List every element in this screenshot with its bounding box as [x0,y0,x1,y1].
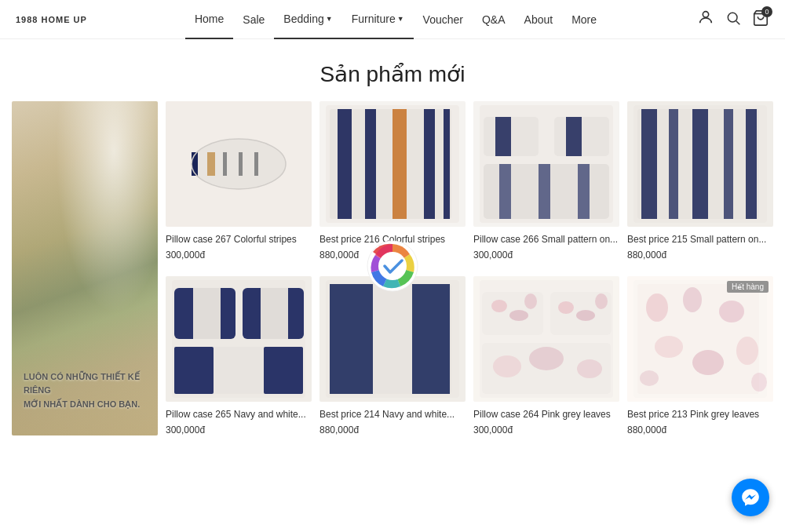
hero-text: LUÔN CÓ NHỮNG THIẾT KẾ RIÊNG MỚI NHẤT DÀ… [24,370,158,412]
hero-banner[interactable]: LUÔN CÓ NHỮNG THIẾT KẾ RIÊNG MỚI NHẤT DÀ… [12,101,158,435]
product-image-264 [473,276,619,402]
product-image-215 [627,101,773,227]
product-price: 880,000đ [319,425,466,435]
product-card[interactable]: Pillow case 264 Pink grey leaves 300,000… [473,276,619,435]
nav-home[interactable]: Home [185,0,233,39]
nav-sale[interactable]: Sale [233,0,274,39]
cart-count: 0 [761,6,772,17]
product-image-213 [627,276,773,402]
svg-rect-42 [264,347,303,394]
product-price: 300,000đ [166,250,312,261]
svg-rect-39 [261,288,288,339]
product-card[interactable]: Best price 214 Navy and white... 880,000… [319,276,466,435]
svg-rect-18 [444,109,450,219]
svg-point-70 [751,373,767,392]
svg-point-51 [509,310,528,321]
svg-rect-9 [254,152,258,176]
product-image-267 [166,101,312,227]
product-image-266 [473,101,619,227]
product-card[interactable]: Pillow case 266 Small pattern on... 300,… [473,101,619,261]
product-card[interactable]: Best price 216 Colorful stripes 880,000đ [319,101,466,261]
product-price: 880,000đ [627,250,773,261]
nav-qa[interactable]: Q&A [473,0,515,39]
logo: 1988 HOME UP [16,15,94,24]
svg-point-68 [736,337,758,365]
svg-rect-47 [373,284,412,394]
product-image-265 [166,276,312,402]
product-name: Pillow case 266 Small pattern on... [473,233,619,246]
search-button[interactable] [725,10,741,28]
product-price: 880,000đ [627,425,773,435]
svg-point-58 [493,355,521,377]
svg-rect-41 [174,347,214,394]
product-card[interactable]: Pillow case 265 Navy and white... 300,00… [166,276,312,435]
product-image-214 [319,276,466,402]
svg-point-67 [692,350,724,375]
svg-point-1 [728,13,737,22]
svg-point-55 [576,310,595,321]
svg-rect-32 [692,109,708,219]
product-name: Best price 216 Colorful stripes [319,233,466,246]
search-icon [725,10,741,26]
svg-rect-23 [566,117,582,156]
svg-rect-21 [495,117,511,156]
svg-line-2 [736,21,740,25]
navbar-icons: 0 [697,9,769,30]
product-grid: LUÔN CÓ NHỮNG THIẾT KẾ RIÊNG MỚI NHẤT DÀ… [0,101,785,451]
svg-rect-14 [338,109,352,219]
product-name: Pillow case 267 Colorful stripes [166,233,312,246]
svg-point-64 [683,287,702,312]
svg-point-65 [719,301,744,322]
product-name: Best price 215 Small pattern on... [627,233,773,246]
product-price: 300,000đ [473,425,619,435]
svg-rect-6 [207,152,215,176]
nav-bedding[interactable]: Bedding ▼ [274,0,341,39]
product-name: Pillow case 265 Navy and white... [166,408,312,421]
product-card[interactable]: Pillow case 267 Colorful stripes 300,000… [166,101,312,261]
svg-rect-7 [223,152,227,176]
svg-point-54 [558,301,574,314]
svg-rect-16 [392,109,407,219]
hero-banner-image: LUÔN CÓ NHỮNG THIẾT KẾ RIÊNG MỚI NHẤT DÀ… [12,101,158,435]
svg-rect-33 [724,109,733,219]
product-card[interactable]: Best price 215 Small pattern on... 880,0… [627,101,773,261]
nav-furniture[interactable]: Furniture ▼ [342,0,414,39]
product-price: 300,000đ [166,425,312,435]
svg-rect-30 [641,109,657,219]
svg-rect-25 [499,164,511,219]
svg-rect-37 [193,288,221,339]
product-price: 300,000đ [473,250,619,261]
svg-rect-8 [239,152,243,176]
navbar: 1988 HOME UP Home Sale Bedding ▼ Furnitu… [0,0,785,39]
nav-more[interactable]: More [562,0,606,39]
product-card-213[interactable]: Hết hàng Best price 213 Pink grey leaves… [627,276,773,435]
svg-point-59 [529,347,564,370]
svg-rect-31 [669,109,678,219]
svg-point-0 [703,12,708,17]
navbar-nav: Home Sale Bedding ▼ Furniture ▼ Voucher … [94,0,697,39]
out-of-stock-badge: Hết hàng [727,281,769,293]
svg-rect-17 [424,109,435,219]
svg-rect-27 [578,164,590,219]
svg-rect-45 [330,284,373,394]
product-name: Best price 214 Navy and white... [319,408,466,421]
messenger-fab[interactable] [732,479,769,516]
svg-rect-34 [746,109,757,219]
messenger-icon [740,487,761,508]
nav-about[interactable]: About [515,0,563,39]
svg-point-56 [595,293,608,309]
svg-point-60 [577,359,602,378]
page-title: Sản phẩm mới [0,61,785,87]
nav-voucher[interactable]: Voucher [414,0,473,39]
svg-rect-26 [539,164,550,219]
cart-button[interactable]: 0 [752,9,769,29]
product-name: Best price 213 Pink grey leaves [627,408,773,421]
svg-point-63 [646,293,668,322]
svg-point-52 [524,293,537,309]
account-icon [697,9,714,26]
svg-point-50 [491,300,507,312]
svg-point-66 [655,336,683,358]
svg-rect-46 [412,284,450,394]
account-button[interactable] [697,9,714,30]
product-image-216 [319,101,466,227]
